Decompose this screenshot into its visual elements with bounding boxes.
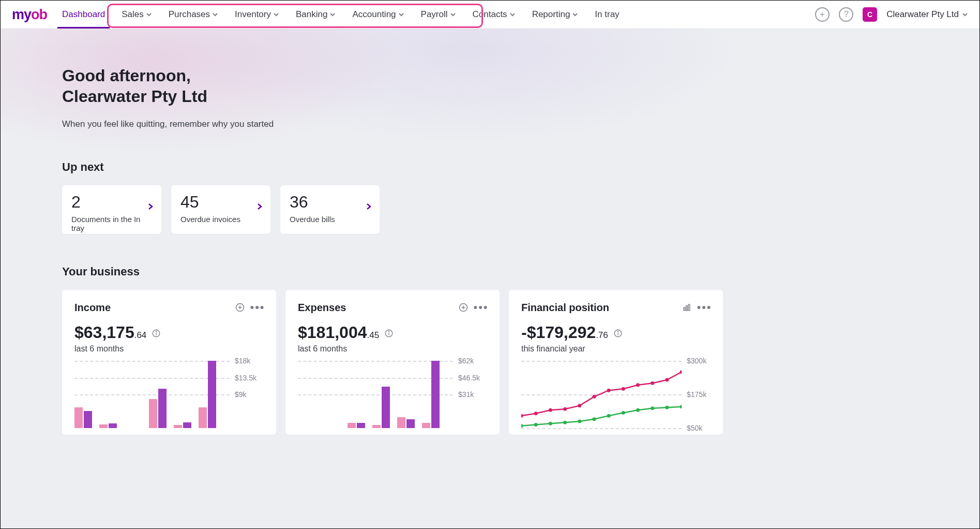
nav-item-label: Reporting <box>532 9 570 20</box>
nav-item-label: Contacts <box>473 9 507 20</box>
upnext-count: 45 <box>180 193 261 212</box>
svg-rect-15 <box>686 306 688 311</box>
chevron-down-icon <box>572 11 578 18</box>
chevron-down-icon <box>212 11 218 18</box>
avatar[interactable]: C <box>863 7 877 22</box>
greeting-heading: Good afternoon, Clearwater Pty Ltd <box>62 65 979 107</box>
upnext-count: 36 <box>290 193 370 212</box>
svg-point-35 <box>563 421 567 424</box>
finpos-chart-icon[interactable] <box>681 301 693 314</box>
svg-point-34 <box>549 422 552 425</box>
top-nav: myob DashboardSalesPurchasesInventoryBan… <box>1 1 979 29</box>
upnext-title: Up next <box>62 160 979 174</box>
chevron-down-icon <box>273 11 279 18</box>
chevron-down-icon <box>509 11 516 18</box>
chevron-right-icon <box>148 203 153 212</box>
greeting-subtitle: When you feel like quitting, remember wh… <box>62 119 979 129</box>
nav-item-inventory[interactable]: Inventory <box>230 1 284 28</box>
svg-point-39 <box>622 411 625 415</box>
nav-item-in-tray[interactable]: In tray <box>590 1 624 28</box>
finpos-more-icon[interactable]: ••• <box>698 301 711 314</box>
income-more-icon[interactable]: ••• <box>251 301 264 314</box>
svg-point-32 <box>521 424 523 428</box>
upnext-card[interactable]: 2 Documents in the In tray <box>62 185 161 234</box>
svg-point-22 <box>549 408 552 412</box>
nav-item-banking[interactable]: Banking <box>291 1 340 28</box>
nav-item-label: Banking <box>296 9 327 20</box>
info-icon[interactable] <box>152 329 161 340</box>
expenses-more-icon[interactable]: ••• <box>475 301 487 314</box>
upnext-desc: Overdue bills <box>290 215 370 224</box>
upnext-card[interactable]: 36 Overdue bills <box>280 185 380 234</box>
expenses-chart: $62k$46.5k$31k <box>298 361 487 428</box>
expenses-title: Expenses <box>298 302 452 314</box>
nav-item-label: In tray <box>595 9 619 20</box>
svg-point-19 <box>617 331 618 332</box>
nav-item-label: Inventory <box>235 9 271 20</box>
income-period: last 6 months <box>74 344 264 354</box>
svg-point-20 <box>521 414 523 418</box>
info-icon[interactable] <box>384 329 394 340</box>
nav-item-sales[interactable]: Sales <box>117 1 157 28</box>
svg-point-7 <box>156 331 157 332</box>
main-content: Good afternoon, Clearwater Pty Ltd When … <box>1 29 979 435</box>
nav-item-dashboard[interactable]: Dashboard <box>57 1 110 28</box>
svg-point-27 <box>622 387 625 391</box>
greeting-line2: Clearwater Pty Ltd <box>62 87 207 106</box>
nav-item-label: Payroll <box>421 9 448 20</box>
chevron-right-icon <box>257 203 262 212</box>
svg-point-41 <box>651 406 654 410</box>
finpos-chart: $300k$175k$50k <box>521 361 711 428</box>
finpos-period: this financial year <box>521 344 711 354</box>
finpos-amount: -$179,292.76 <box>521 323 608 342</box>
nav-item-label: Purchases <box>169 9 210 20</box>
nav-item-contacts[interactable]: Contacts <box>468 1 520 28</box>
nav-item-label: Dashboard <box>62 9 105 20</box>
greeting-line1: Good afternoon, <box>62 66 191 85</box>
company-name: Clearwater Pty Ltd <box>886 9 959 20</box>
finpos-card: Financial position ••• -$179,292.76 this… <box>509 290 723 435</box>
add-expense-icon[interactable] <box>457 301 470 314</box>
chevron-down-icon <box>450 11 456 18</box>
logo-myob: myob <box>12 7 47 23</box>
chevron-down-icon <box>329 11 336 18</box>
nav-item-purchases[interactable]: Purchases <box>164 1 223 28</box>
add-button[interactable] <box>815 7 830 22</box>
svg-rect-14 <box>684 307 685 311</box>
nav-item-payroll[interactable]: Payroll <box>416 1 461 28</box>
nav-item-label: Sales <box>122 9 144 20</box>
chevron-right-icon <box>366 203 371 212</box>
company-switcher[interactable]: Clearwater Pty Ltd <box>886 9 968 20</box>
svg-point-38 <box>607 414 611 418</box>
nav-items: DashboardSalesPurchasesInventoryBankingA… <box>57 1 624 28</box>
svg-point-36 <box>578 420 581 423</box>
upnext-count: 2 <box>71 193 152 212</box>
nav-item-accounting[interactable]: Accounting <box>348 1 409 28</box>
info-icon[interactable] <box>613 329 623 340</box>
finpos-title: Financial position <box>521 302 675 314</box>
nav-item-label: Accounting <box>352 9 396 20</box>
income-card: Income ••• $63,175.64 last 6 months $18k… <box>62 290 276 435</box>
svg-point-23 <box>563 407 567 411</box>
svg-point-30 <box>665 378 669 381</box>
svg-point-37 <box>592 417 596 421</box>
add-income-icon[interactable] <box>234 301 246 314</box>
expenses-card: Expenses ••• $181,004.45 last 6 months $… <box>285 290 500 435</box>
nav-item-reporting[interactable]: Reporting <box>527 1 583 28</box>
income-amount: $63,175.64 <box>74 323 146 342</box>
expenses-period: last 6 months <box>298 344 487 354</box>
chevron-down-icon <box>962 11 968 18</box>
upnext-cards: 2 Documents in the In tray 45 Overdue in… <box>62 185 979 234</box>
upnext-card[interactable]: 45 Overdue invoices <box>171 185 270 234</box>
svg-point-26 <box>607 389 611 392</box>
help-button[interactable]: ? <box>839 7 853 22</box>
income-chart: $18k$13.5k$9k <box>74 361 264 428</box>
chevron-down-icon <box>398 11 404 18</box>
svg-point-25 <box>592 395 596 399</box>
income-title: Income <box>74 302 229 314</box>
svg-point-29 <box>651 381 654 385</box>
svg-point-40 <box>636 408 640 412</box>
expenses-amount: $181,004.45 <box>298 323 379 342</box>
svg-point-21 <box>534 412 538 415</box>
nav-right: ? C Clearwater Pty Ltd <box>815 7 968 22</box>
